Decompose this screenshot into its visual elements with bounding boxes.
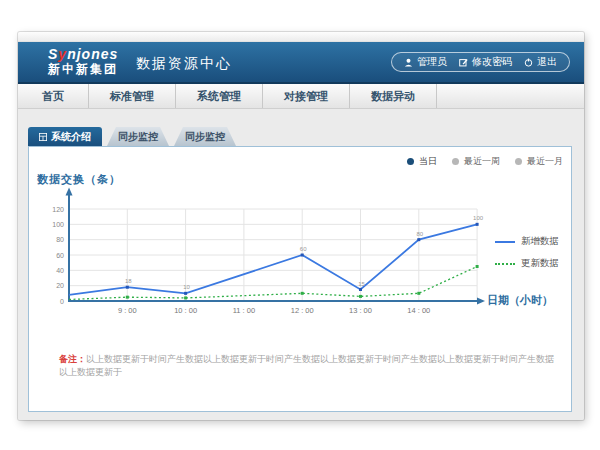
dotted-swatch-icon [495, 263, 515, 265]
svg-text:80: 80 [416, 231, 423, 237]
svg-text:13 : 00: 13 : 00 [349, 306, 372, 315]
current-user-button[interactable]: 管理员 [404, 55, 447, 69]
window-top-strip [18, 32, 584, 42]
nav-item-standard-mgmt[interactable]: 标准管理 [89, 84, 176, 108]
radio-dot [515, 158, 522, 165]
svg-text:10 : 00: 10 : 00 [174, 306, 197, 315]
current-user-label: 管理员 [417, 55, 447, 69]
logout-button[interactable]: 退出 [524, 55, 557, 69]
svg-text:11 : 00: 11 : 00 [233, 306, 255, 315]
tab-sync-monitor-2[interactable]: 同步监控 [174, 127, 236, 146]
nav-item-system-mgmt[interactable]: 系统管理 [176, 84, 263, 108]
nav-item-data-change[interactable]: 数据异动 [350, 84, 437, 108]
tab-system-intro[interactable]: 系统介绍 [28, 127, 102, 146]
radio-dot [452, 158, 459, 165]
legend-label: 新增数据 [521, 235, 559, 248]
footnote-prefix: 备注： [59, 354, 86, 364]
y-axis-arrow-icon [66, 188, 73, 196]
change-password-label: 修改密码 [472, 55, 512, 69]
content-area: 系统介绍 同步监控 同步监控 当日 最近一周 [18, 109, 584, 420]
chart-legend: 新增数据 更新数据 [495, 235, 559, 270]
legend-item-new-data: 新增数据 [495, 235, 559, 248]
main-nav: 首页 标准管理 系统管理 对接管理 数据异动 [18, 84, 584, 109]
logout-label: 退出 [537, 55, 557, 69]
app-window: Synjones 新中新集团 数据资源中心 管理员 修改密码 退出 [18, 32, 584, 420]
x-axis-arrow-icon [477, 298, 485, 305]
tab-bar: 系统介绍 同步监控 同步监控 [28, 127, 236, 146]
svg-text:14 : 00: 14 : 00 [407, 306, 430, 315]
svg-text:10: 10 [183, 284, 190, 290]
change-password-button[interactable]: 修改密码 [459, 55, 512, 69]
page-title: 数据资源中心 [136, 55, 232, 73]
company-logo: Synjones 新中新集团 [48, 47, 118, 76]
tick-labels: 0204060801001209 : 0010 : 0011 : 0012 : … [52, 206, 430, 316]
svg-text:20: 20 [56, 282, 64, 289]
logo-text-cn: 新中新集团 [48, 62, 118, 76]
nav-item-interface-mgmt[interactable]: 对接管理 [263, 84, 350, 108]
tab-label: 系统介绍 [51, 130, 91, 144]
svg-text:60: 60 [56, 252, 64, 259]
grid-icon [39, 133, 47, 141]
x-axis-title: 日期（小时） [487, 293, 553, 308]
user-menu: 管理员 修改密码 退出 [391, 52, 570, 72]
radio-label: 最近一周 [464, 155, 500, 168]
tab-sync-monitor-1[interactable]: 同步监控 [107, 127, 169, 146]
radio-today[interactable]: 当日 [407, 155, 437, 168]
radio-last-month[interactable]: 最近一月 [515, 155, 563, 168]
tab-label: 同步监控 [185, 130, 225, 144]
edit-icon [459, 58, 468, 67]
radio-last-week[interactable]: 最近一周 [452, 155, 500, 168]
svg-text:40: 40 [56, 267, 64, 274]
radio-dot [407, 158, 414, 165]
y-axis-title: 数据交换（条） [37, 172, 121, 187]
tab-label: 同步监控 [118, 130, 158, 144]
legend-label: 更新数据 [521, 257, 559, 270]
svg-text:15: 15 [358, 281, 365, 287]
svg-text:9 : 00: 9 : 00 [118, 306, 137, 315]
user-icon [404, 58, 413, 67]
line-swatch-icon [495, 241, 515, 243]
line-chart: 0204060801001209 : 0010 : 0011 : 0012 : … [31, 186, 501, 321]
svg-text:12 : 00: 12 : 00 [291, 306, 314, 315]
chart-panel: 当日 最近一周 最近一月 数据交换（条） 0204060801001209 : … [28, 146, 572, 412]
legend-item-update-data: 更新数据 [495, 257, 559, 270]
logo-text-en: Synjones [48, 47, 118, 62]
svg-text:0: 0 [60, 298, 64, 305]
svg-text:120: 120 [52, 206, 64, 213]
power-icon [524, 58, 533, 67]
svg-text:100: 100 [52, 221, 64, 228]
svg-text:18: 18 [125, 278, 132, 284]
radio-label: 当日 [419, 155, 437, 168]
footnote: 备注：以上数据更新于时间产生数据以上数据更新于时间产生数据以上数据更新于时间产生… [59, 353, 559, 379]
period-selector: 当日 最近一周 最近一月 [407, 155, 563, 168]
app-header: Synjones 新中新集团 数据资源中心 管理员 修改密码 退出 [18, 42, 584, 84]
svg-text:60: 60 [300, 246, 307, 252]
svg-text:100: 100 [473, 215, 484, 221]
footnote-body: 以上数据更新于时间产生数据以上数据更新于时间产生数据以上数据更新于时间产生数据以… [59, 354, 554, 377]
logo-accent: y [58, 46, 67, 62]
radio-label: 最近一月 [527, 155, 563, 168]
nav-item-home[interactable]: 首页 [18, 84, 89, 108]
svg-text:80: 80 [56, 236, 64, 243]
